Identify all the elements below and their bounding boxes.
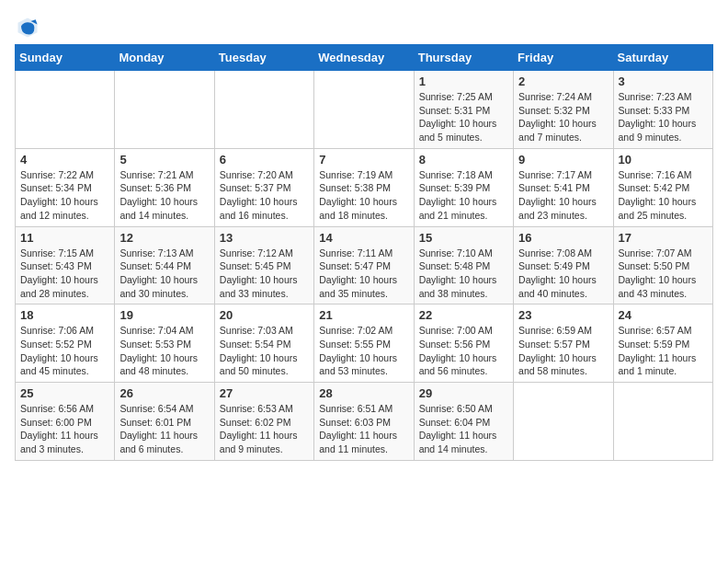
calendar-cell: 13Sunrise: 7:12 AM Sunset: 5:45 PM Dayli… — [214, 226, 313, 304]
calendar-cell: 27Sunrise: 6:53 AM Sunset: 6:02 PM Dayli… — [214, 383, 313, 461]
day-info: Sunrise: 7:16 AM Sunset: 5:42 PM Dayligh… — [619, 168, 708, 223]
day-number: 1 — [419, 75, 508, 88]
day-info: Sunrise: 7:17 AM Sunset: 5:41 PM Dayligh… — [518, 168, 608, 223]
day-info: Sunrise: 7:06 AM Sunset: 5:52 PM Dayligh… — [20, 324, 109, 378]
week-row-2: 11Sunrise: 7:15 AM Sunset: 5:43 PM Dayli… — [16, 226, 713, 304]
calendar-cell: 4Sunrise: 7:22 AM Sunset: 5:34 PM Daylig… — [16, 148, 115, 226]
calendar-cell: 22Sunrise: 7:00 AM Sunset: 5:56 PM Dayli… — [414, 304, 513, 383]
day-info: Sunrise: 7:19 AM Sunset: 5:38 PM Dayligh… — [319, 168, 408, 223]
calendar-cell: 2Sunrise: 7:24 AM Sunset: 5:32 PM Daylig… — [514, 71, 613, 149]
day-info: Sunrise: 7:10 AM Sunset: 5:48 PM Dayligh… — [419, 247, 508, 301]
week-row-3: 18Sunrise: 7:06 AM Sunset: 5:52 PM Dayli… — [16, 304, 713, 383]
calendar-cell — [214, 71, 313, 149]
day-number: 24 — [619, 308, 708, 322]
day-number: 27 — [220, 386, 309, 400]
calendar-cell: 15Sunrise: 7:10 AM Sunset: 5:48 PM Dayli… — [414, 226, 513, 304]
day-info: Sunrise: 6:59 AM Sunset: 5:57 PM Dayligh… — [518, 324, 608, 378]
day-number: 12 — [119, 231, 209, 245]
day-number: 23 — [518, 308, 608, 322]
calendar-cell — [115, 71, 214, 149]
day-info: Sunrise: 7:18 AM Sunset: 5:39 PM Dayligh… — [419, 168, 508, 223]
day-info: Sunrise: 7:07 AM Sunset: 5:50 PM Dayligh… — [619, 247, 708, 301]
calendar-cell: 20Sunrise: 7:03 AM Sunset: 5:54 PM Dayli… — [214, 304, 313, 383]
calendar-cell: 28Sunrise: 6:51 AM Sunset: 6:03 PM Dayli… — [314, 383, 414, 461]
day-info: Sunrise: 7:04 AM Sunset: 5:53 PM Dayligh… — [119, 324, 209, 378]
calendar-cell: 29Sunrise: 6:50 AM Sunset: 6:04 PM Dayli… — [414, 383, 513, 461]
header-friday: Friday — [514, 45, 613, 71]
day-info: Sunrise: 6:51 AM Sunset: 6:03 PM Dayligh… — [319, 402, 408, 456]
calendar-cell: 19Sunrise: 7:04 AM Sunset: 5:53 PM Dayli… — [115, 304, 214, 383]
day-number: 4 — [20, 153, 109, 167]
calendar-cell: 8Sunrise: 7:18 AM Sunset: 5:39 PM Daylig… — [414, 148, 513, 226]
calendar-cell: 7Sunrise: 7:19 AM Sunset: 5:38 PM Daylig… — [314, 148, 414, 226]
day-info: Sunrise: 6:56 AM Sunset: 6:00 PM Dayligh… — [20, 402, 109, 456]
calendar-cell: 24Sunrise: 6:57 AM Sunset: 5:59 PM Dayli… — [613, 304, 712, 383]
calendar-cell: 14Sunrise: 7:11 AM Sunset: 5:47 PM Dayli… — [314, 226, 414, 304]
day-info: Sunrise: 7:03 AM Sunset: 5:54 PM Dayligh… — [220, 324, 309, 378]
day-number: 14 — [319, 231, 408, 245]
day-number: 5 — [119, 153, 209, 167]
header-monday: Monday — [115, 45, 214, 71]
day-number: 16 — [518, 231, 608, 245]
header-sunday: Sunday — [16, 45, 115, 71]
logo — [15, 15, 44, 40]
day-number: 2 — [518, 75, 608, 88]
calendar-cell: 3Sunrise: 7:23 AM Sunset: 5:33 PM Daylig… — [613, 71, 712, 149]
calendar-table: SundayMondayTuesdayWednesdayThursdayFrid… — [15, 44, 713, 461]
week-row-0: 1Sunrise: 7:25 AM Sunset: 5:31 PM Daylig… — [16, 71, 713, 149]
day-info: Sunrise: 7:21 AM Sunset: 5:36 PM Dayligh… — [119, 168, 209, 223]
day-number: 20 — [220, 308, 309, 322]
day-number: 7 — [319, 153, 408, 167]
day-info: Sunrise: 6:50 AM Sunset: 6:04 PM Dayligh… — [419, 402, 508, 456]
calendar-cell — [514, 383, 613, 461]
calendar-cell: 1Sunrise: 7:25 AM Sunset: 5:31 PM Daylig… — [414, 71, 513, 149]
day-number: 21 — [319, 308, 408, 322]
day-number: 11 — [20, 231, 109, 245]
day-info: Sunrise: 7:23 AM Sunset: 5:33 PM Dayligh… — [619, 90, 708, 144]
day-info: Sunrise: 7:11 AM Sunset: 5:47 PM Dayligh… — [319, 247, 408, 301]
header-wednesday: Wednesday — [314, 45, 414, 71]
calendar-cell: 12Sunrise: 7:13 AM Sunset: 5:44 PM Dayli… — [115, 226, 214, 304]
day-info: Sunrise: 7:24 AM Sunset: 5:32 PM Dayligh… — [518, 90, 608, 144]
day-info: Sunrise: 7:02 AM Sunset: 5:55 PM Dayligh… — [319, 324, 408, 378]
day-info: Sunrise: 6:53 AM Sunset: 6:02 PM Dayligh… — [220, 402, 309, 456]
calendar-cell: 25Sunrise: 6:56 AM Sunset: 6:00 PM Dayli… — [16, 383, 115, 461]
calendar-cell: 10Sunrise: 7:16 AM Sunset: 5:42 PM Dayli… — [613, 148, 712, 226]
header-saturday: Saturday — [613, 45, 712, 71]
calendar-cell: 26Sunrise: 6:54 AM Sunset: 6:01 PM Dayli… — [115, 383, 214, 461]
logo-icon — [15, 15, 40, 40]
calendar-cell — [613, 383, 712, 461]
day-number: 25 — [20, 386, 109, 400]
calendar-cell: 18Sunrise: 7:06 AM Sunset: 5:52 PM Dayli… — [16, 304, 115, 383]
day-info: Sunrise: 6:57 AM Sunset: 5:59 PM Dayligh… — [619, 324, 708, 378]
calendar-cell: 17Sunrise: 7:07 AM Sunset: 5:50 PM Dayli… — [613, 226, 712, 304]
day-info: Sunrise: 7:13 AM Sunset: 5:44 PM Dayligh… — [119, 247, 209, 301]
day-number: 17 — [619, 231, 708, 245]
day-number: 26 — [119, 386, 209, 400]
day-number: 9 — [518, 153, 608, 167]
calendar-header-row: SundayMondayTuesdayWednesdayThursdayFrid… — [16, 45, 713, 71]
day-info: Sunrise: 7:22 AM Sunset: 5:34 PM Dayligh… — [20, 168, 109, 223]
calendar-cell — [16, 71, 115, 149]
day-info: Sunrise: 7:15 AM Sunset: 5:43 PM Dayligh… — [20, 247, 109, 301]
calendar-cell: 6Sunrise: 7:20 AM Sunset: 5:37 PM Daylig… — [214, 148, 313, 226]
day-number: 13 — [220, 231, 309, 245]
calendar-cell: 11Sunrise: 7:15 AM Sunset: 5:43 PM Dayli… — [16, 226, 115, 304]
day-info: Sunrise: 7:00 AM Sunset: 5:56 PM Dayligh… — [419, 324, 508, 378]
header-tuesday: Tuesday — [214, 45, 313, 71]
calendar-cell: 21Sunrise: 7:02 AM Sunset: 5:55 PM Dayli… — [314, 304, 414, 383]
calendar-cell: 16Sunrise: 7:08 AM Sunset: 5:49 PM Dayli… — [514, 226, 613, 304]
calendar-cell: 5Sunrise: 7:21 AM Sunset: 5:36 PM Daylig… — [115, 148, 214, 226]
day-info: Sunrise: 7:20 AM Sunset: 5:37 PM Dayligh… — [220, 168, 309, 223]
day-number: 10 — [619, 153, 708, 167]
day-number: 28 — [319, 386, 408, 400]
calendar-cell — [314, 71, 414, 149]
day-number: 6 — [220, 153, 309, 167]
day-number: 8 — [419, 153, 508, 167]
day-number: 19 — [119, 308, 209, 322]
day-info: Sunrise: 7:25 AM Sunset: 5:31 PM Dayligh… — [419, 90, 508, 144]
day-number: 3 — [619, 75, 708, 88]
calendar-cell: 9Sunrise: 7:17 AM Sunset: 5:41 PM Daylig… — [514, 148, 613, 226]
day-number: 18 — [20, 308, 109, 322]
week-row-4: 25Sunrise: 6:56 AM Sunset: 6:00 PM Dayli… — [16, 383, 713, 461]
